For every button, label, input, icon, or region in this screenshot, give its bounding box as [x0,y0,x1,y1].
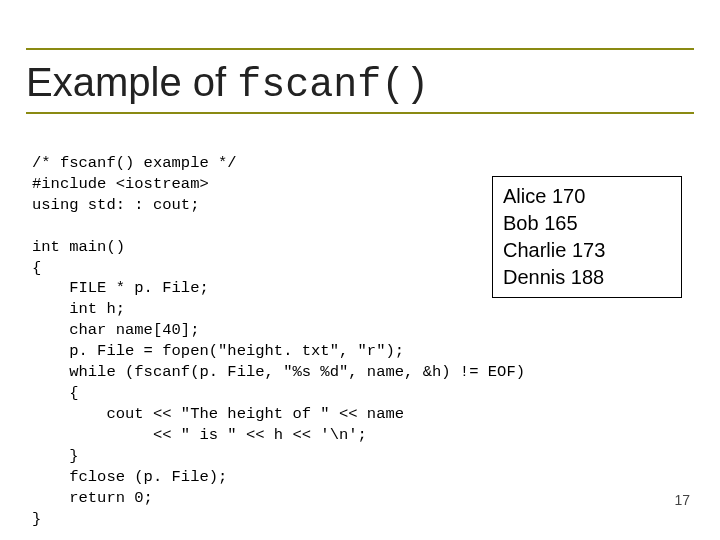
code-line: } [32,447,79,465]
code-line: FILE * p. File; [32,279,209,297]
top-rule [26,48,694,50]
code-line: #include <iostream> [32,175,209,193]
code-line: return 0; [32,489,153,507]
code-line: using std: : cout; [32,196,199,214]
code-block: /* fscanf() example */ #include <iostrea… [32,132,525,530]
code-line: while (fscanf(p. File, "%s %d", name, &h… [32,363,525,381]
code-line: char name[40]; [32,321,199,339]
title-prefix: Example of [26,60,237,104]
slide-number: 17 [674,492,690,508]
output-box: Alice 170 Bob 165 Charlie 173 Dennis 188 [492,176,682,298]
code-line: p. File = fopen("height. txt", "r"); [32,342,404,360]
code-line: int main() [32,238,125,256]
output-line: Alice 170 [503,183,671,210]
title-underline [26,112,694,114]
slide-title: Example of fscanf() [26,60,429,108]
output-line: Charlie 173 [503,237,671,264]
code-line: cout << "The height of " << name [32,405,404,423]
code-line: } [32,510,41,528]
code-line: { [32,384,79,402]
code-line: fclose (p. File); [32,468,227,486]
output-line: Bob 165 [503,210,671,237]
code-line: int h; [32,300,125,318]
code-line: /* fscanf() example */ [32,154,237,172]
title-mono: fscanf() [237,63,429,108]
output-line: Dennis 188 [503,264,671,291]
code-line: << " is " << h << '\n'; [32,426,367,444]
code-line: { [32,259,41,277]
